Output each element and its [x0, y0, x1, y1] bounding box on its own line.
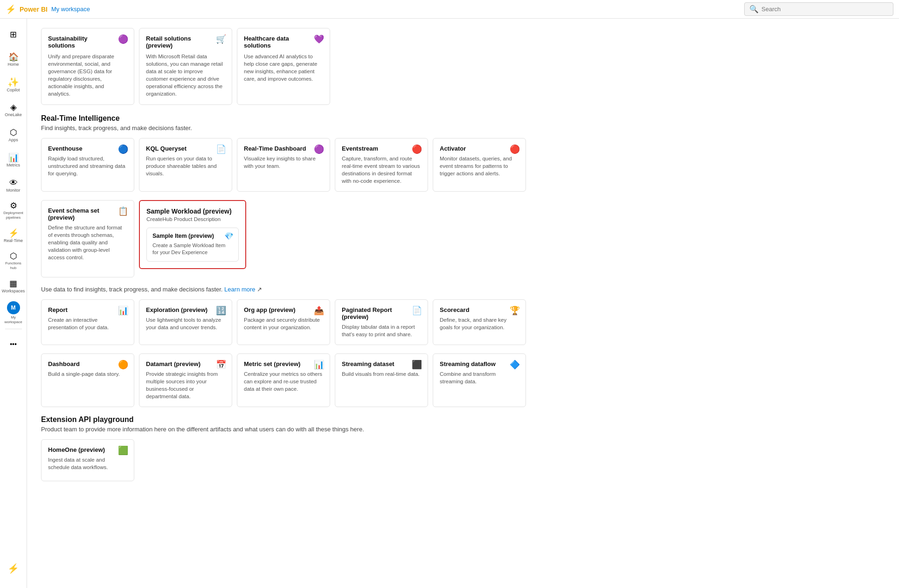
card-exploration[interactable]: Exploration (preview) Use lightweight to… — [139, 299, 232, 345]
card-scorecard[interactable]: Scorecard Define, track, and share key g… — [433, 299, 526, 345]
card-streaming-dataflow[interactable]: Streaming dataflow Combine and transform… — [433, 353, 526, 407]
card-datamart[interactable]: Datamart (preview) Provide strategic ins… — [139, 353, 232, 407]
card-healthcare-icon: 💜 — [314, 34, 324, 44]
card-eventhouse-desc: Rapidly load structured, unstructured an… — [48, 155, 127, 177]
workspace-link[interactable]: My workspace — [51, 6, 90, 13]
sidebar-item-deployment[interactable]: ⚙ Deployment pipelines — [1, 199, 26, 223]
home-icon: 🏠 — [8, 53, 19, 61]
sidebar-item-apps-grid[interactable]: ⊞ — [1, 22, 26, 47]
sample-item-card[interactable]: Sample Item (preview) Create a Sample Wo… — [146, 228, 239, 262]
card-orgapp[interactable]: Org app (preview) Package and securely d… — [237, 299, 330, 345]
sidebar-item-metrics[interactable]: 📊 Metrics — [1, 148, 26, 173]
realtime-title: Real-Time Intelligence — [41, 114, 885, 123]
realtime-subtitle: Find insights, track progress, and make … — [41, 125, 885, 131]
card-datamart-icon: 📅 — [216, 360, 226, 370]
card-dashboard[interactable]: Dashboard Build a single-page data story… — [41, 353, 134, 407]
card-eventstream[interactable]: Eventstream Capture, transform, and rout… — [335, 138, 428, 192]
sidebar-item-apps[interactable]: ⬡ Apps — [1, 123, 26, 147]
sidebar-item-functions[interactable]: ⬡ Functions hub — [1, 249, 26, 273]
sample-workload-section: Sample Workload (preview) CreateHub Prod… — [139, 200, 246, 269]
powerbi-bottom-icon: ⚡ — [7, 563, 19, 574]
sidebar-item-workspaces[interactable]: ▦ Workspaces — [1, 274, 26, 298]
card-metricset[interactable]: Metric set (preview) Centralize your met… — [237, 353, 330, 407]
topbar: ⚡ Power BI My workspace 🔍 — [0, 0, 899, 19]
card-streaming-dataset-icon: ⬛ — [412, 360, 422, 370]
card-retail-desc: With Microsoft Retail data solutions, yo… — [146, 53, 225, 98]
card-exploration-desc: Use lightweight tools to analyze your da… — [146, 316, 225, 331]
card-orgapp-icon: 📤 — [314, 305, 324, 316]
card-sustainability-title: Sustainability solutions — [48, 35, 127, 49]
card-paginated-icon: 📄 — [412, 305, 422, 316]
sidebar-label-myworkspace: My workspace — [2, 315, 25, 324]
card-rtdashboard-icon: 🟣 — [314, 144, 324, 154]
realtime-intelligence-section: Real-Time Intelligence Find insights, tr… — [41, 114, 885, 277]
card-healthcare-desc: Use advanced AI analytics to help close … — [244, 53, 323, 83]
card-retail-title: Retail solutions (preview) — [146, 35, 225, 49]
card-metricset-title: Metric set (preview) — [244, 360, 323, 367]
use-data-cards-grid-2: Dashboard Build a single-page data story… — [41, 353, 885, 407]
card-eventhouse[interactable]: Eventhouse Rapidly load structured, unst… — [41, 138, 134, 192]
card-healthcare[interactable]: Healthcare data solutions Use advanced A… — [237, 28, 330, 105]
card-event-schema[interactable]: Event schema set (preview) Define the st… — [41, 200, 134, 277]
card-rtdashboard[interactable]: Real-Time Dashboard Visualize key insigh… — [237, 138, 330, 192]
card-streaming-dataset[interactable]: Streaming dataset Build visuals from rea… — [335, 353, 428, 407]
sample-item-desc: Create a Sample Workload Item for your D… — [152, 242, 233, 256]
card-activator-title: Activator — [440, 145, 519, 152]
card-datamart-desc: Provide strategic insights from multiple… — [146, 370, 225, 400]
sidebar-item-myworkspace[interactable]: M My workspace — [1, 299, 26, 326]
card-streaming-dataflow-icon: 🔷 — [510, 360, 520, 370]
sidebar-item-home[interactable]: 🏠 Home — [1, 48, 26, 72]
search-bar[interactable]: 🔍 — [744, 2, 893, 16]
learn-more-link[interactable]: Learn more — [224, 286, 255, 293]
card-homeone-title: HomeOne (preview) — [48, 446, 127, 453]
sidebar-label-realtime: Real-Time — [4, 238, 23, 243]
sidebar-label-onelake: OneLake — [5, 112, 22, 118]
sidebar-label-metrics: Metrics — [7, 163, 20, 168]
card-homeone[interactable]: HomeOne (preview) Ingest data at scale a… — [41, 439, 134, 481]
card-dashboard-icon: 🟠 — [118, 360, 128, 370]
card-kql[interactable]: KQL Queryset Run queries on your data to… — [139, 138, 232, 192]
sidebar-item-more[interactable]: ••• — [1, 332, 26, 356]
card-event-schema-title: Event schema set (preview) — [48, 207, 127, 221]
sidebar-label-apps: Apps — [8, 138, 18, 143]
card-streaming-dataflow-title: Streaming dataflow — [440, 360, 519, 367]
card-retail[interactable]: Retail solutions (preview) With Microsof… — [139, 28, 232, 105]
functions-icon: ⬡ — [10, 252, 17, 260]
search-icon: 🔍 — [749, 5, 759, 14]
realtime-cards-grid: Eventhouse Rapidly load structured, unst… — [41, 138, 885, 192]
search-input[interactable] — [761, 6, 888, 13]
card-rtdashboard-title: Real-Time Dashboard — [244, 145, 323, 152]
card-metricset-desc: Centralize your metrics so others can ex… — [244, 370, 323, 393]
card-metricset-icon: 📊 — [314, 360, 324, 370]
card-rtdashboard-desc: Visualize key insights to share with you… — [244, 155, 323, 170]
card-paginated[interactable]: Paginated Report (preview) Display tabul… — [335, 299, 428, 345]
card-datamart-title: Datamart (preview) — [146, 360, 225, 367]
sample-workload-title: Sample Workload (preview) — [146, 208, 239, 215]
card-activator[interactable]: Activator Monitor datasets, queries, and… — [433, 138, 526, 192]
card-streaming-dataset-desc: Build visuals from real-time data. — [342, 370, 421, 378]
sidebar-item-monitor[interactable]: 👁 Monitor — [1, 173, 26, 198]
grid-icon: ⊞ — [10, 30, 17, 39]
realtime-cards-grid-2: Event schema set (preview) Define the st… — [41, 200, 885, 277]
card-scorecard-title: Scorecard — [440, 306, 519, 313]
top-cards-row: Sustainability solutions Unify and prepa… — [41, 28, 885, 105]
card-paginated-desc: Display tabular data in a report that's … — [342, 323, 421, 338]
card-dashboard-title: Dashboard — [48, 360, 127, 367]
onelake-icon: ◈ — [10, 103, 17, 111]
card-report[interactable]: Report Create an interactive presentatio… — [41, 299, 134, 345]
card-eventhouse-icon: 🔵 — [118, 144, 128, 154]
card-event-schema-desc: Define the structure and format of event… — [48, 224, 127, 261]
sample-item-icon: 💎 — [224, 232, 234, 241]
sidebar-label-copilot: Copilot — [7, 88, 20, 93]
card-streaming-dataset-title: Streaming dataset — [342, 360, 421, 367]
card-report-title: Report — [48, 306, 127, 313]
card-sustainability[interactable]: Sustainability solutions Unify and prepa… — [41, 28, 134, 105]
copilot-icon: ✨ — [7, 77, 19, 87]
sidebar-item-copilot[interactable]: ✨ Copilot — [1, 73, 26, 97]
sidebar-item-powerbi-bottom[interactable]: ⚡ — [1, 556, 26, 581]
sidebar-item-realtime[interactable]: ⚡ Real-Time — [1, 224, 26, 248]
use-data-cards-grid: Report Create an interactive presentatio… — [41, 299, 885, 345]
card-exploration-icon: 🔢 — [216, 305, 226, 316]
more-icon: ••• — [10, 341, 17, 347]
sidebar-item-onelake[interactable]: ◈ OneLake — [1, 98, 26, 122]
